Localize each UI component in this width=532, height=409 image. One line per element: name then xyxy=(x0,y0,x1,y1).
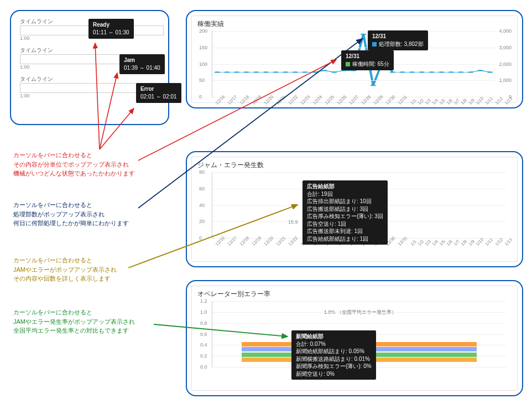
tooltip-error: Error 02:01 ～ 02:01 xyxy=(136,83,181,103)
performance-card: 稼働実績 05010015020001,0002,0003,0004,000 1… xyxy=(186,10,523,108)
xtick: 1/13 xyxy=(504,237,513,246)
explain-olive: カーソルをバーに合わせるとJAMやエラーがポップアップ表示されその内容や回数を詳… xyxy=(13,256,179,283)
explain-red: カーソルをバーに合わせるとその内容が分単位でポップアップ表示され機械がいつどんな… xyxy=(13,151,179,178)
xtick: 1/13 xyxy=(504,96,513,105)
chart-title: オペレーター別エラー率 xyxy=(197,289,512,299)
explain-navy: カーソルをバーに合わせると処理部数がポップアップ表示され何日に何部処理したかが簡… xyxy=(13,200,179,228)
swatch-icon xyxy=(372,42,377,46)
tooltip-operator: 新聞給紙部 合計: 0.07% 新聞給紙部紙詰まり: 0.05% 新聞横搬送路紙… xyxy=(291,330,376,380)
timeline-row: タイムライン 1:002:00 Error 02:01 ～ 02:01 xyxy=(20,75,159,99)
tooltip-processed: 12/31 処理部数: 3,802部 xyxy=(368,30,428,50)
jam-card: ジャム・エラー発生数 020406080 12/1612/1712/1812/1… xyxy=(186,151,523,267)
explain-green: カーソルをバーに合わせるとJAMやエラー発生率がポップアップ表示され全国平均エラ… xyxy=(13,308,179,335)
tooltip-jam-detail: 広告給紙部 合計: 19回 広告排出部紙詰まり: 10回 広告搬送部紙詰まり: … xyxy=(302,180,388,245)
timeline-card: タイムライン 1:00 Ready 01:11 ～ 01:30 タイムライン 1… xyxy=(10,10,169,125)
tooltip-runtime: 12/31 稼働時間: 65分 xyxy=(341,50,394,70)
timeline-row: タイムライン 1:00 Ready 01:11 ～ 01:30 xyxy=(20,18,159,41)
timeline-row: タイムライン 1:00 Jam 01:39 ～ 01:40 xyxy=(20,46,159,70)
swatch-icon xyxy=(346,62,350,66)
operator-card: オペレーター別エラー率 1.0% （全国平均エラー発生率） オペレーター 0.0… xyxy=(186,280,523,396)
chart-title: 稼働実績 xyxy=(197,19,512,29)
side-value: 15.9 xyxy=(288,219,298,225)
tooltip-jam: Jam 01:39 ～ 01:40 xyxy=(119,54,165,74)
tooltip-ready: Ready 01:11 ～ 01:30 xyxy=(88,19,134,39)
chart-title: ジャム・エラー発生数 xyxy=(197,161,512,170)
